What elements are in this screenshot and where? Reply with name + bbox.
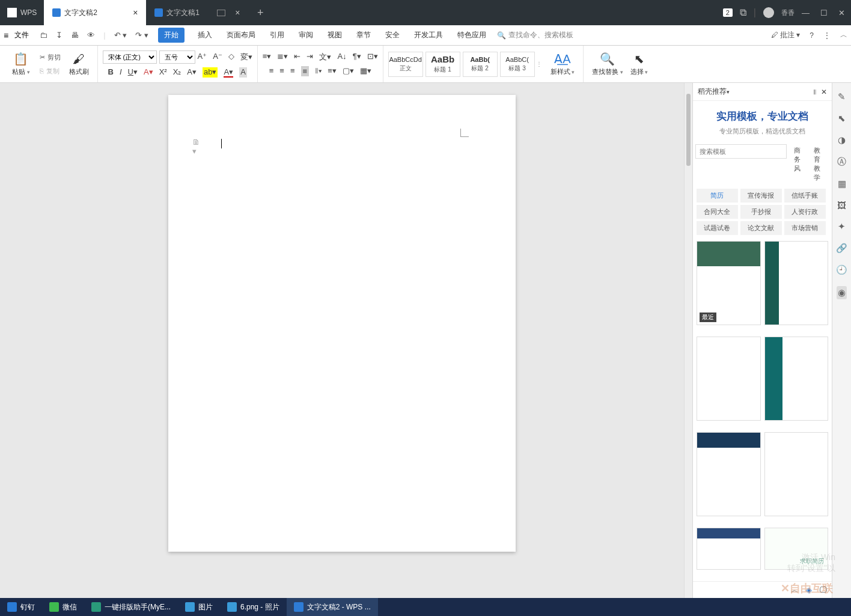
menu-tab-view[interactable]: 视图 <box>326 28 343 43</box>
borders-icon[interactable]: ▦▾ <box>360 66 371 76</box>
preview-icon[interactable]: 👁 <box>87 31 95 40</box>
text-direction-icon[interactable]: 文▾ <box>319 52 331 63</box>
line-spacing-icon[interactable]: ≡▾ <box>328 66 337 76</box>
template-item[interactable]: 最近 <box>697 241 761 325</box>
tag-contract[interactable]: 合同大全 <box>697 205 738 219</box>
align-right-icon[interactable]: ≡ <box>290 66 295 76</box>
paragraph-marks-icon[interactable]: ¶▾ <box>353 52 361 63</box>
more-icon[interactable]: ⋮ <box>823 31 831 40</box>
style-more-icon[interactable]: ⋮ <box>536 61 542 67</box>
style-normal[interactable]: AaBbCcDd正文 <box>388 52 423 77</box>
task-photos[interactable]: 图片 <box>178 598 220 616</box>
pen-tool-icon[interactable]: ✎ <box>838 91 846 102</box>
panel-close-icon[interactable]: ✕ <box>821 88 827 96</box>
tag-handbill[interactable]: 手抄报 <box>740 205 782 219</box>
chip-education[interactable]: 教育教学 <box>809 144 829 184</box>
user-name[interactable]: 香香 <box>781 8 795 17</box>
scrollbar-vertical[interactable] <box>684 83 692 598</box>
find-replace-button[interactable]: 🔍 查找替换 <box>588 50 627 78</box>
task-dingtalk[interactable]: 钉钉 <box>0 598 42 616</box>
link-tool-icon[interactable]: 🔗 <box>836 243 847 254</box>
chart-tool-icon[interactable]: ✦ <box>838 221 846 232</box>
print-icon[interactable]: 🖶 <box>71 31 79 40</box>
phonetic-icon[interactable]: 変▾ <box>240 52 252 63</box>
tab-doc-1[interactable]: 文字文稿2 × <box>44 0 146 25</box>
scroll-thumb[interactable] <box>686 94 691 166</box>
style-h1[interactable]: AaBb标题 1 <box>426 52 460 77</box>
align-justify-icon[interactable]: ≡ <box>301 66 310 76</box>
redo-icon[interactable]: ↷ ▾ <box>135 31 148 40</box>
menu-tab-dev[interactable]: 开发工具 <box>413 28 444 43</box>
underline-icon[interactable]: U▾ <box>128 67 138 78</box>
tag-hr[interactable]: 人资行政 <box>784 205 826 219</box>
menu-tab-section[interactable]: 章节 <box>355 28 372 43</box>
table-tool-icon[interactable]: ▦ <box>838 178 846 189</box>
template-item[interactable] <box>697 337 761 421</box>
template-item[interactable] <box>764 337 829 421</box>
command-search[interactable]: 🔍 查找命令、搜索模板 <box>497 30 573 40</box>
panel-settings-icon[interactable]: ⫴ <box>813 88 816 96</box>
decrease-indent-icon[interactable]: ⇤ <box>294 52 300 63</box>
chip-business[interactable]: 商务风 <box>789 144 807 184</box>
template-item[interactable] <box>697 528 761 570</box>
template-item[interactable] <box>764 432 829 516</box>
cut-button[interactable]: ✂ 剪切 <box>37 52 63 63</box>
increase-indent-icon[interactable]: ⇥ <box>307 52 313 63</box>
open-icon[interactable]: 🗀 <box>40 31 47 40</box>
char-shading-icon[interactable]: A <box>239 67 247 78</box>
close-window-icon[interactable]: ✕ <box>838 8 845 17</box>
highlight-icon[interactable]: ab▾ <box>203 67 218 78</box>
settings-tool-icon[interactable]: ◉ <box>837 286 847 299</box>
format-painter-button[interactable]: 🖌 格式刷 <box>66 51 93 78</box>
font-name-select[interactable]: 宋体 (正文) <box>103 50 157 64</box>
new-style-button[interactable]: A͟A 新样式 <box>547 50 579 78</box>
task-wechat[interactable]: 微信 <box>42 598 84 616</box>
bullets-icon[interactable]: ≡▾ <box>263 52 272 63</box>
menu-tab-home[interactable]: 开始 <box>158 28 185 43</box>
bold-icon[interactable]: B <box>108 67 114 78</box>
puzzle-icon[interactable]: ⧉ <box>740 7 746 18</box>
strike-icon[interactable]: A▾ <box>144 67 153 78</box>
numbering-icon[interactable]: ≣▾ <box>277 52 288 63</box>
para-mark-icon[interactable]: 🗎▾ <box>192 138 201 147</box>
template-item[interactable] <box>764 241 829 325</box>
panel-title[interactable]: 稻壳推荐 <box>698 87 727 97</box>
file-menu[interactable]: 文件 <box>14 30 29 40</box>
menu-tab-security[interactable]: 安全 <box>384 28 401 43</box>
grow-font-icon[interactable]: A⁺ <box>198 52 207 63</box>
menu-tab-insert[interactable]: 插入 <box>197 28 213 43</box>
history-icon[interactable]: 🕘 <box>836 264 847 275</box>
avatar[interactable] <box>763 7 774 18</box>
shape-tool-icon[interactable]: ◑ <box>838 135 846 145</box>
font-color-icon[interactable]: A▾ <box>224 67 233 78</box>
copy-button[interactable]: ⎘ 复制 <box>37 66 63 77</box>
tag-thesis[interactable]: 论文文献 <box>740 221 782 235</box>
close-icon[interactable]: × <box>235 8 240 17</box>
template-search-input[interactable] <box>695 144 787 159</box>
tag-resume[interactable]: 简历 <box>697 189 738 203</box>
notification-badge[interactable]: 2 <box>723 8 733 17</box>
menu-tab-reference[interactable]: 引用 <box>269 28 285 43</box>
maximize-icon[interactable]: ☐ <box>820 8 828 17</box>
tag-exam[interactable]: 试题试卷 <box>697 221 738 235</box>
superscript-icon[interactable]: X² <box>159 67 167 78</box>
subscript-icon[interactable]: X₂ <box>173 67 181 78</box>
font-effect-icon[interactable]: A▾ <box>187 67 197 78</box>
shrink-font-icon[interactable]: A⁻ <box>213 52 222 63</box>
align-center-icon[interactable]: ≡ <box>279 66 284 76</box>
style-gallery[interactable]: AaBbCcDd正文 AaBb标题 1 AaBb(标题 2 AaBbC(标题 3 <box>388 52 535 77</box>
undo-icon[interactable]: ↶ ▾ <box>114 31 127 40</box>
distribute-icon[interactable]: ⫴▾ <box>315 66 322 76</box>
font-size-select[interactable]: 五号 <box>159 50 195 64</box>
sort-icon[interactable]: A↓ <box>337 52 346 63</box>
paste-button[interactable]: 📋 粘贴 <box>8 50 34 78</box>
minimize-icon[interactable]: — <box>802 8 810 17</box>
add-tab-button[interactable]: + <box>248 0 272 25</box>
menu-tab-special[interactable]: 特色应用 <box>456 28 487 43</box>
text-tool-icon[interactable]: Ⓐ <box>837 156 846 168</box>
menu-tab-review[interactable]: 审阅 <box>297 28 314 43</box>
save-icon[interactable]: ↧ <box>56 31 63 40</box>
document-area[interactable]: 🗎▾ <box>0 83 684 598</box>
template-item[interactable] <box>697 432 761 516</box>
template-item[interactable]: 求职简历 <box>764 528 829 570</box>
